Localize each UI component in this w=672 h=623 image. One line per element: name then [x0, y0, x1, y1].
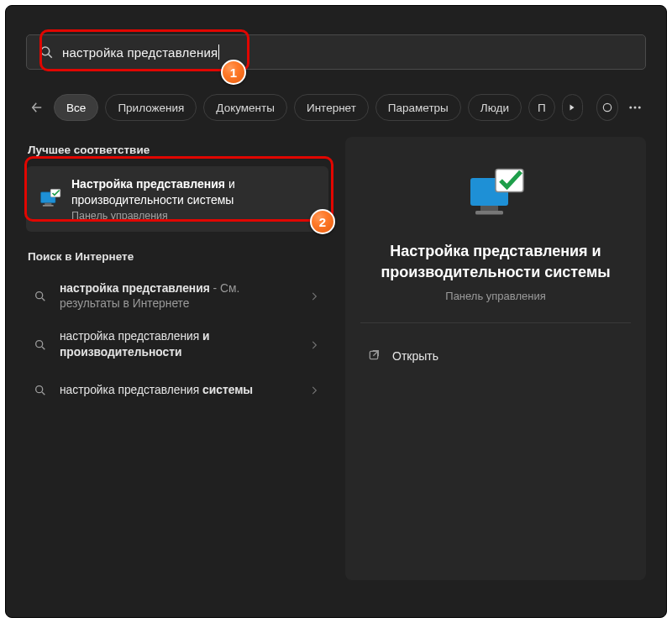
svg-line-16 [42, 347, 45, 349]
web-result-text: настройка представления и производительн… [60, 329, 298, 360]
search-icon [31, 384, 50, 397]
preview-title: Настройка представления и производительн… [364, 241, 627, 283]
svg-point-4 [603, 103, 611, 111]
tab-people[interactable]: Люди [468, 94, 522, 121]
search-icon [39, 44, 54, 60]
svg-point-17 [36, 386, 43, 393]
search-icon [31, 338, 50, 352]
tab-settings[interactable]: Параметры [375, 94, 461, 121]
tab-overflow-next[interactable] [562, 94, 584, 121]
search-icon [31, 290, 50, 303]
chevron-right-icon [308, 291, 323, 302]
chevron-right-icon [308, 339, 323, 351]
account-button[interactable] [596, 94, 618, 121]
action-open[interactable]: Открыть [364, 343, 627, 369]
results-column: Лучшее соответствие 2 Настройка пр [26, 137, 328, 580]
svg-point-6 [634, 107, 637, 109]
svg-rect-11 [43, 205, 54, 207]
tab-documents[interactable]: Документы [203, 94, 287, 121]
svg-rect-10 [45, 203, 51, 205]
best-match-result[interactable]: Настройка представления и производительн… [26, 166, 328, 232]
tab-all[interactable]: Все [54, 94, 98, 121]
performance-options-icon [465, 165, 526, 226]
svg-point-15 [36, 340, 43, 347]
tab-more-cut[interactable]: П [528, 94, 555, 121]
search-input[interactable]: настройка представления [26, 34, 646, 70]
svg-point-5 [630, 107, 633, 109]
chevron-right-icon [308, 385, 323, 396]
back-button[interactable] [26, 93, 47, 122]
svg-point-7 [638, 107, 641, 109]
performance-options-icon [38, 187, 61, 211]
tab-internet[interactable]: Интернет [294, 94, 369, 121]
svg-point-0 [41, 47, 50, 55]
web-result-2[interactable]: настройка представления и производительн… [26, 321, 328, 369]
svg-rect-21 [475, 211, 503, 215]
tab-apps[interactable]: Приложения [105, 94, 197, 121]
preview-subtitle: Панель управления [364, 290, 627, 302]
more-options-button[interactable] [625, 94, 646, 121]
svg-rect-20 [480, 206, 498, 211]
preview-panel: Настройка представления и производительн… [345, 137, 646, 580]
web-result-1[interactable]: настройка представления - См. результаты… [26, 273, 328, 321]
action-open-label: Открыть [392, 349, 438, 363]
best-match-text: Настройка представления и производительн… [71, 176, 317, 222]
web-result-text: настройка представления - См. результаты… [60, 281, 298, 312]
section-search-web: Поиск в Интернете [28, 250, 328, 263]
web-result-text: настройка представления системы [60, 383, 298, 399]
svg-line-1 [49, 55, 52, 58]
section-best-match: Лучшее соответствие [28, 144, 328, 156]
svg-line-18 [42, 392, 45, 395]
step-badge-2: 2 [310, 209, 335, 234]
search-query-text: настройка представления [62, 44, 633, 60]
step-badge-1: 1 [221, 60, 246, 85]
divider [360, 322, 631, 323]
web-result-3[interactable]: настройка представления системы [26, 369, 328, 412]
svg-marker-3 [570, 105, 575, 111]
svg-point-13 [36, 292, 43, 299]
svg-line-14 [42, 298, 45, 301]
open-icon [367, 348, 382, 364]
filter-tabs: Все Приложения Документы Интернет Параме… [26, 93, 646, 122]
search-panel: 1 настройка представления Все Приложения… [5, 5, 667, 618]
